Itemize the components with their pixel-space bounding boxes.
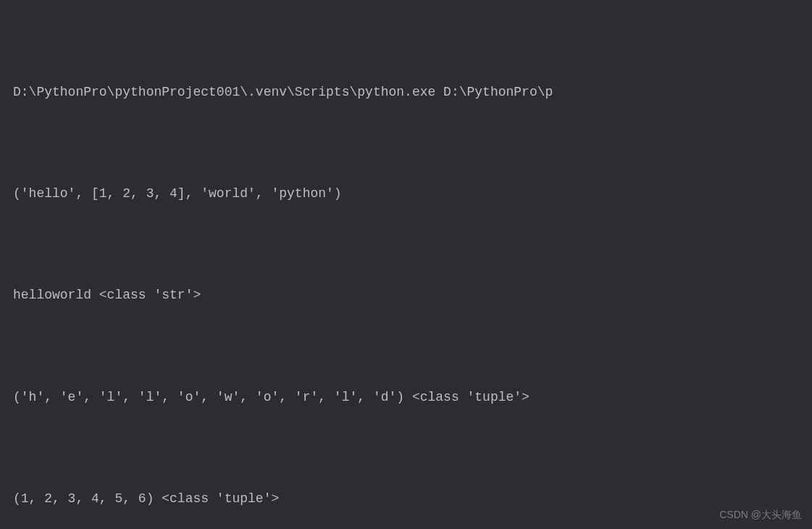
output-line: (1, 2, 3, 4, 5, 6) <class 'tuple'> (13, 482, 812, 516)
output-line: D:\PythonPro\pythonProject001\.venv\Scri… (13, 75, 812, 109)
console-output: D:\PythonPro\pythonProject001\.venv\Scri… (13, 7, 812, 529)
output-line: ('h', 'e', 'l', 'l', 'o', 'w', 'o', 'r',… (13, 380, 812, 415)
output-line: ('hello', [1, 2, 3, 4], 'world', 'python… (13, 177, 812, 211)
output-line: helloworld <class 'str'> (13, 278, 812, 312)
watermark-text: CSDN @大头海鱼 (719, 509, 802, 522)
